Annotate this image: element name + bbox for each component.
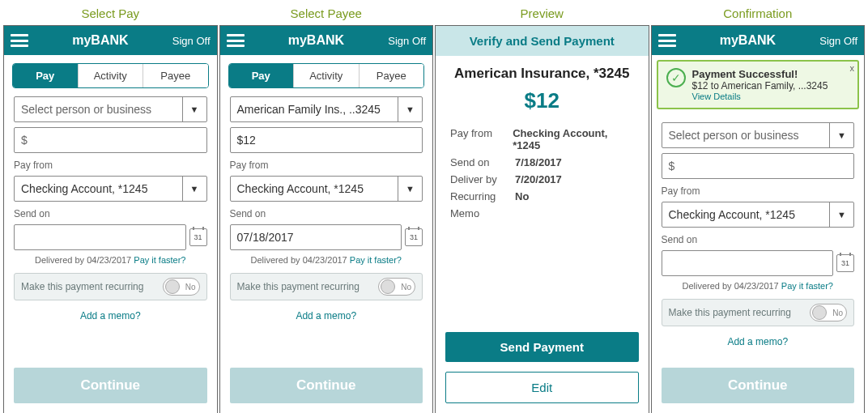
- sign-off-link[interactable]: Sign Off: [819, 35, 857, 47]
- payee-select[interactable]: American Family Ins., ..3245 ▼: [230, 96, 423, 122]
- pay-from-value: Checking Account, *1245: [15, 182, 182, 195]
- send-on-label: Send on: [662, 234, 855, 245]
- pay-faster-link[interactable]: Pay it faster?: [134, 255, 185, 265]
- send-on-label: Send on: [230, 208, 423, 219]
- pay-from-select[interactable]: Checking Account, *1245 ▼: [14, 176, 207, 202]
- app-header: myBANK Sign Off: [220, 26, 433, 55]
- chevron-down-icon: ▼: [182, 97, 206, 121]
- kv-key: Recurring: [450, 190, 515, 202]
- stage-label: Preview: [435, 3, 649, 25]
- tab-pay[interactable]: Pay: [229, 64, 295, 87]
- view-details-link[interactable]: View Details: [692, 92, 828, 101]
- menu-icon[interactable]: [658, 34, 676, 47]
- payee-select-value: American Family Ins., ..3245: [231, 103, 398, 116]
- add-memo-link[interactable]: Add a memo?: [230, 310, 423, 321]
- recurring-label: Make this payment recurring: [669, 307, 811, 318]
- send-on-input[interactable]: [14, 224, 186, 250]
- calendar-icon[interactable]: 31: [836, 254, 854, 272]
- verify-payee: American Insurance, *3245: [450, 66, 634, 82]
- recurring-toggle[interactable]: No: [163, 278, 200, 296]
- amount-input[interactable]: $12: [230, 127, 423, 153]
- continue-button[interactable]: Continue: [14, 368, 207, 403]
- tab-payee[interactable]: Payee: [360, 64, 424, 87]
- send-on-label: Send on: [14, 208, 207, 219]
- app-brand: myBANK: [28, 33, 172, 48]
- continue-button[interactable]: Continue: [662, 368, 855, 403]
- chevron-down-icon: ▼: [398, 177, 422, 201]
- verify-amount: $12: [450, 88, 634, 113]
- phone-screen-confirmation: myBANK Sign Off ✓ Payment Successful! $1…: [651, 25, 866, 413]
- app-brand: myBANK: [676, 33, 820, 48]
- stage-label: Select Payee: [219, 3, 434, 25]
- kv-key: Pay from: [450, 127, 513, 151]
- amount-value: $12: [231, 134, 423, 147]
- kv-key: Deliver by: [450, 173, 515, 185]
- delivered-by-text: Delivered by 04/23/2017 Pay it faster?: [230, 255, 423, 265]
- menu-icon[interactable]: [11, 34, 28, 47]
- send-on-input[interactable]: [662, 250, 834, 276]
- menu-icon[interactable]: [227, 34, 245, 47]
- sign-off-link[interactable]: Sign Off: [172, 35, 211, 47]
- chevron-down-icon: ▼: [182, 177, 206, 201]
- recurring-label: Make this payment recurring: [237, 281, 379, 292]
- app-header: myBANK Sign Off: [4, 26, 217, 55]
- amount-input[interactable]: $: [662, 153, 855, 179]
- payee-select-value: Select person or business: [662, 129, 830, 142]
- pay-from-value: Checking Account, *1245: [662, 208, 830, 221]
- pay-from-select[interactable]: Checking Account, *1245 ▼: [230, 176, 423, 202]
- verify-title: Verify and Send Payment: [436, 26, 649, 56]
- chevron-down-icon: ▼: [829, 123, 853, 147]
- payee-select-value: Select person or business: [15, 103, 182, 116]
- stage-label: Select Pay: [3, 3, 218, 25]
- continue-button[interactable]: Continue: [230, 368, 423, 403]
- calendar-icon[interactable]: 31: [189, 228, 207, 246]
- tab-pay[interactable]: Pay: [13, 64, 79, 87]
- delivered-by-text: Delivered by 04/23/2017 Pay it faster?: [14, 255, 207, 265]
- delivered-by-text: Delivered by 04/23/2017 Pay it faster?: [662, 281, 855, 291]
- pay-from-label: Pay from: [230, 160, 423, 171]
- kv-key: Send on: [450, 156, 515, 168]
- kv-key: Memo: [450, 207, 515, 219]
- recurring-label: Make this payment recurring: [21, 281, 163, 292]
- amount-value: $: [662, 160, 854, 172]
- phone-screen-preview: Verify and Send Payment American Insuran…: [435, 25, 649, 413]
- pay-from-label: Pay from: [14, 160, 207, 171]
- tab-activity[interactable]: Activity: [294, 64, 360, 87]
- success-detail: $12 to American Family, ...3245: [692, 80, 828, 92]
- kv-val: 7/20/2017: [515, 173, 562, 185]
- payee-select[interactable]: Select person or business ▼: [14, 96, 207, 122]
- tab-payee[interactable]: Payee: [143, 64, 208, 87]
- recurring-row: Make this payment recurring No: [230, 273, 423, 300]
- calendar-icon[interactable]: 31: [405, 228, 423, 246]
- kv-val: No: [515, 190, 529, 202]
- check-icon: ✓: [666, 68, 686, 87]
- amount-input[interactable]: $: [14, 127, 207, 153]
- kv-val: Checking Account, *1245: [513, 127, 633, 151]
- tab-activity[interactable]: Activity: [79, 64, 144, 87]
- sign-off-link[interactable]: Sign Off: [388, 35, 426, 47]
- recurring-toggle[interactable]: No: [378, 278, 415, 296]
- pay-faster-link[interactable]: Pay it faster?: [781, 281, 833, 291]
- payee-select[interactable]: Select person or business ▼: [662, 122, 855, 148]
- app-header: myBANK Sign Off: [652, 26, 865, 55]
- tab-bar: Pay Activity Payee: [228, 63, 425, 88]
- app-brand: myBANK: [245, 33, 389, 48]
- add-memo-link[interactable]: Add a memo?: [14, 310, 207, 321]
- tab-bar: Pay Activity Payee: [12, 63, 209, 88]
- pay-from-select[interactable]: Checking Account, *1245 ▼: [662, 202, 855, 228]
- recurring-row: Make this payment recurring No: [14, 273, 207, 300]
- send-payment-button[interactable]: Send Payment: [445, 332, 639, 362]
- amount-value: $: [15, 134, 206, 147]
- kv-val: 7/18/2017: [515, 156, 562, 168]
- edit-button[interactable]: Edit: [445, 372, 639, 403]
- success-title: Payment Successful!: [692, 68, 828, 80]
- recurring-toggle[interactable]: No: [810, 304, 847, 321]
- success-banner: ✓ Payment Successful! $12 to American Fa…: [657, 60, 860, 109]
- send-on-input[interactable]: 07/18/2017: [230, 224, 402, 250]
- phone-screen-select-payee: myBANK Sign Off Pay Activity Payee Ameri…: [219, 25, 434, 413]
- chevron-down-icon: ▼: [398, 97, 422, 121]
- phone-screen-select-pay: myBANK Sign Off Pay Activity Payee Selec…: [3, 25, 218, 413]
- add-memo-link[interactable]: Add a memo?: [662, 336, 855, 347]
- close-icon[interactable]: x: [850, 63, 855, 73]
- pay-faster-link[interactable]: Pay it faster?: [350, 255, 402, 265]
